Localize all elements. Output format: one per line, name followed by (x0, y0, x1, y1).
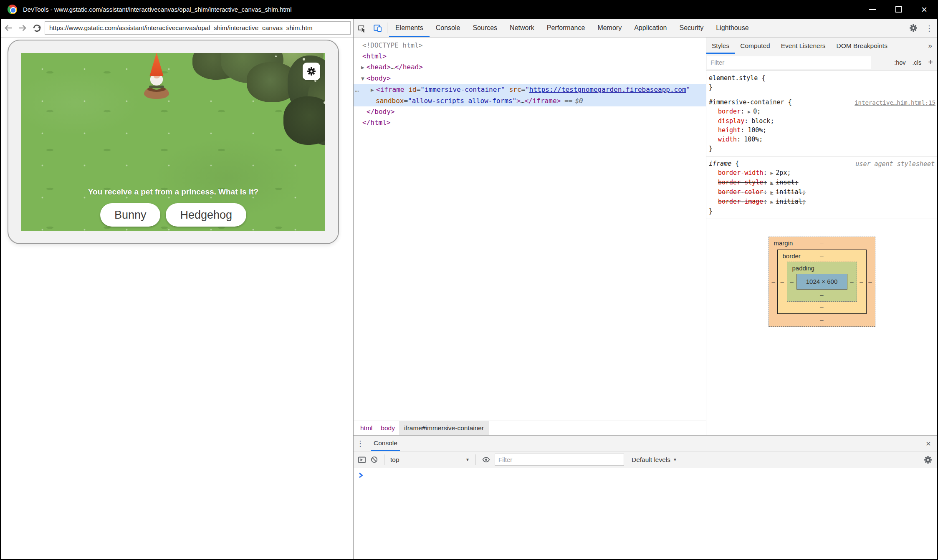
drawer-menu-button[interactable]: ⋮ (354, 436, 367, 451)
bush-foliage (283, 96, 325, 145)
tab-performance[interactable]: Performance (541, 19, 592, 37)
toolbar-divider (475, 454, 476, 465)
bunny-button[interactable]: Bunny (100, 203, 161, 227)
flower-dot (324, 101, 325, 104)
doctype-node[interactable]: <!DOCTYPE html> (354, 40, 706, 51)
device-toolbar-toggle[interactable] (369, 19, 385, 37)
styles-filter-input[interactable] (707, 56, 871, 69)
expand-arrow-icon[interactable]: ▶ (770, 200, 773, 204)
game-settings-button[interactable] (303, 63, 320, 80)
console-sidebar-toggle[interactable] (358, 456, 366, 464)
execution-context-selector[interactable]: top ▼ (390, 456, 470, 464)
forward-button[interactable] (15, 21, 30, 35)
stylesheet-source-link[interactable]: interactive…him.html:15 (855, 98, 935, 107)
style-rules: element.style { } interactive…him.html:1… (706, 71, 937, 435)
new-style-rule-button[interactable]: + (928, 58, 933, 67)
body-close-node[interactable]: </body> (354, 106, 706, 117)
devtools-settings-button[interactable] (905, 19, 921, 37)
breadcrumb-iframe-selected[interactable]: iframe#immersive-container (399, 421, 489, 435)
devtools-menu-button[interactable]: ⋮ (921, 19, 937, 37)
tab-computed[interactable]: Computed (735, 38, 776, 54)
kebab-menu-icon: ⋮ (356, 439, 364, 448)
back-button[interactable] (1, 21, 15, 35)
css-property-border-image-overridden[interactable]: border-image:▶initial; (709, 197, 935, 207)
css-property-border[interactable]: border:▶0; (709, 107, 935, 116)
collapse-arrow-icon[interactable]: ▼ (361, 73, 367, 84)
tab-network[interactable]: Network (503, 19, 541, 37)
minimize-button[interactable] (860, 0, 885, 19)
drawer-close-button[interactable]: × (920, 436, 937, 451)
inline-style-rule[interactable]: element.style { } (706, 71, 937, 95)
console-toolbar: top ▼ Default levels ▼ (354, 452, 937, 468)
console-output[interactable] (354, 468, 937, 559)
html-open-node[interactable]: <html> (354, 51, 706, 62)
window-title: DevTools - www.gstatic.com/assistant/int… (23, 6, 292, 13)
chrome-icon (8, 5, 17, 14)
console-drawer: ⋮ Console × top ▼ (354, 435, 937, 559)
tab-event-listeners[interactable]: Event Listeners (776, 38, 831, 54)
iframe-node-selected[interactable]: … ▶<iframeid="immersive-container"src="h… (354, 84, 706, 106)
reload-button[interactable] (30, 21, 44, 35)
hedgehog-button[interactable]: Hedgehog (166, 203, 246, 227)
box-model-margin[interactable]: margin – – – – border – – – – (769, 237, 875, 327)
screencast-navbar (1, 19, 353, 38)
chevron-down-icon: ▼ (465, 457, 470, 462)
console-filter-input[interactable] (495, 454, 624, 466)
close-button[interactable]: × (911, 0, 937, 19)
window-controls: × (860, 0, 937, 19)
css-property-border-width-overridden[interactable]: border-width:▶2px; (709, 168, 935, 178)
kebab-menu-icon: ⋮ (925, 24, 933, 33)
expand-arrow-icon[interactable]: ▶ (770, 171, 773, 175)
expand-arrow-icon[interactable]: ▶ (371, 85, 376, 96)
head-node[interactable]: ▶<head>…</head> (354, 62, 706, 73)
breadcrumb-body[interactable]: body (377, 421, 399, 435)
tab-elements[interactable]: Elements (389, 19, 430, 37)
tab-lighthouse[interactable]: Lighthouse (710, 19, 755, 37)
console-settings-button[interactable] (924, 456, 932, 464)
css-property-height[interactable]: height:100%; (709, 126, 935, 135)
expand-arrow-icon[interactable]: ▶ (361, 62, 367, 73)
live-expression-eye-button[interactable] (482, 455, 490, 464)
device-mode-icon (373, 24, 382, 33)
maximize-button[interactable] (885, 0, 911, 19)
tab-security[interactable]: Security (673, 19, 710, 37)
toggle-class-button[interactable]: .cls (913, 59, 922, 66)
css-property-border-style-overridden[interactable]: border-style:▶inset; (709, 178, 935, 187)
expand-arrow-icon[interactable]: ▶ (748, 110, 751, 114)
device-frame: You receive a pet from a princess. What … (8, 40, 339, 244)
css-property-display[interactable]: display:block; (709, 116, 935, 126)
body-node[interactable]: ▼<body> (354, 73, 706, 84)
clear-console-button[interactable] (370, 456, 378, 464)
toggle-hover-state-button[interactable]: :hov (894, 59, 905, 66)
iframe-user-agent-rule[interactable]: user agent stylesheet iframe { border-wi… (706, 156, 937, 219)
tab-memory[interactable]: Memory (591, 19, 628, 37)
log-levels-dropdown[interactable]: Default levels ▼ (632, 456, 677, 464)
expand-arrow-icon[interactable]: ▶ (770, 181, 773, 185)
immersive-container-rule[interactable]: interactive…him.html:15 #immersive-conta… (706, 95, 937, 156)
box-model-padding[interactable]: padding – – – – 1024 × 600 (787, 262, 857, 302)
more-tabs-button[interactable]: » (928, 42, 937, 50)
iframe-src-link[interactable]: https://testgnomegarden.firebaseapp.com (529, 86, 686, 93)
maximize-icon (895, 6, 902, 13)
dollar-zero-badge: $0 (575, 97, 583, 105)
tab-console[interactable]: Console (430, 19, 467, 37)
url-field[interactable] (45, 21, 351, 35)
box-model-diagram: margin – – – – border – – – – (769, 237, 875, 327)
console-prompt-chevron (359, 472, 364, 478)
tab-application[interactable]: Application (628, 19, 673, 37)
expand-arrow-icon[interactable]: ▶ (770, 190, 773, 194)
node-overflow-dots[interactable]: … (355, 84, 359, 95)
html-close-node[interactable]: </html> (354, 117, 706, 128)
box-model-border[interactable]: border – – – – padding – – – (777, 250, 867, 314)
css-property-border-color-overridden[interactable]: border-color:▶initial; (709, 187, 935, 197)
breadcrumb-html[interactable]: html (356, 421, 377, 435)
box-model-content[interactable]: 1024 × 600 (796, 274, 847, 290)
styles-sidebar: Styles Computed Event Listeners DOM Brea… (706, 38, 937, 435)
inspect-element-button[interactable] (354, 19, 369, 37)
css-property-width[interactable]: width:100%; (709, 135, 935, 144)
tab-sources[interactable]: Sources (466, 19, 503, 37)
tab-dom-breakpoints[interactable]: DOM Breakpoints (831, 38, 893, 54)
drawer-tab-console[interactable]: Console (371, 436, 400, 451)
gear-icon (307, 67, 316, 76)
tab-styles[interactable]: Styles (706, 38, 735, 54)
